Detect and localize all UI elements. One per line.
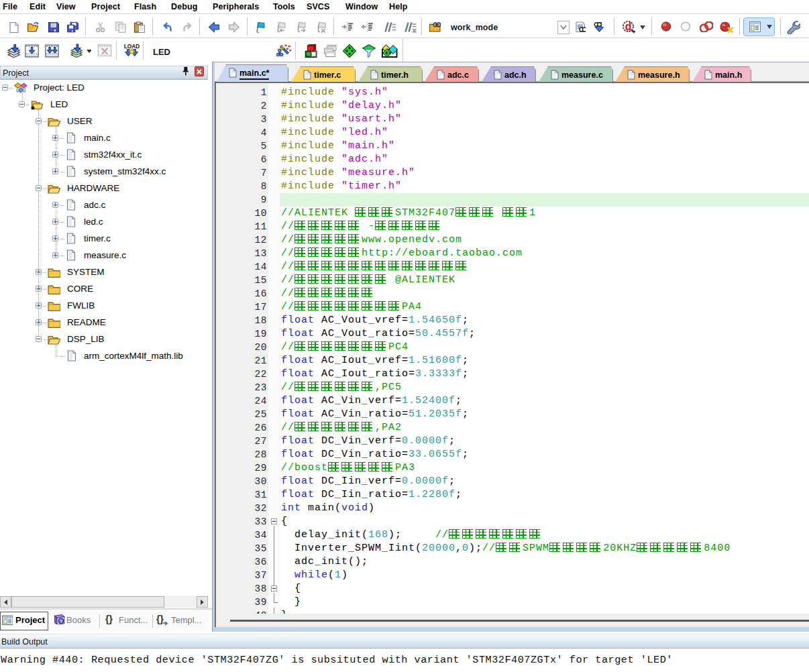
svg-text:?: ? <box>60 618 63 624</box>
svg-text:d: d <box>625 21 632 32</box>
